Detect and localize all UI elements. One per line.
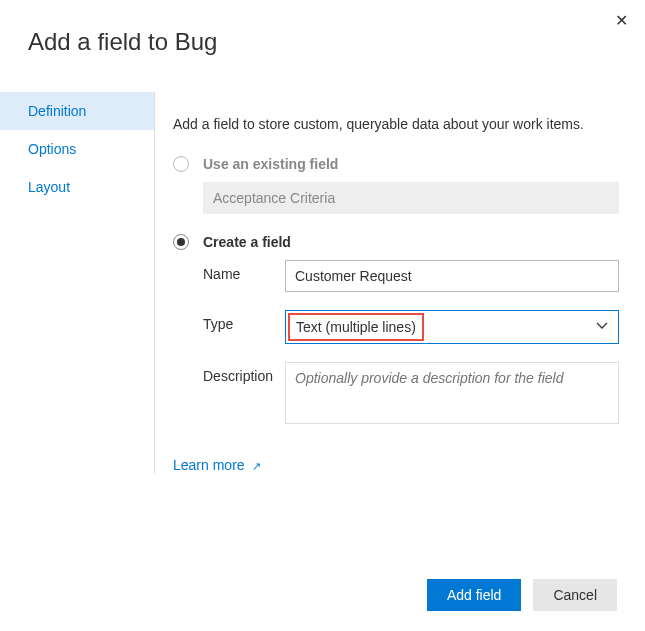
type-value: Text (multiple lines) bbox=[288, 313, 424, 341]
close-icon: ✕ bbox=[615, 11, 628, 30]
chevron-down-icon bbox=[596, 318, 608, 336]
existing-label: Use an existing field bbox=[203, 156, 338, 172]
tab-layout[interactable]: Layout bbox=[0, 168, 154, 206]
description-label: Description bbox=[203, 362, 285, 384]
description-input[interactable] bbox=[285, 362, 619, 424]
intro-text: Add a field to store custom, queryable d… bbox=[173, 116, 619, 132]
sidebar: Definition Options Layout bbox=[0, 92, 155, 474]
tab-options[interactable]: Options bbox=[0, 130, 154, 168]
learn-more-link[interactable]: Learn more ↗ bbox=[173, 457, 261, 473]
learn-more-text: Learn more bbox=[173, 457, 245, 473]
add-field-button[interactable]: Add field bbox=[427, 579, 521, 611]
tab-definition[interactable]: Definition bbox=[0, 92, 154, 130]
dialog-title: Add a field to Bug bbox=[0, 0, 645, 56]
name-input[interactable] bbox=[285, 260, 619, 292]
radio-use-existing[interactable] bbox=[173, 156, 189, 172]
external-link-icon: ↗ bbox=[252, 460, 261, 472]
create-field-section: Create a field Name Type Text (multiple … bbox=[173, 234, 619, 428]
existing-field-value: Acceptance Criteria bbox=[203, 182, 619, 214]
create-label: Create a field bbox=[203, 234, 291, 250]
main-panel: Add a field to store custom, queryable d… bbox=[155, 92, 645, 474]
radio-create-field[interactable] bbox=[173, 234, 189, 250]
close-button[interactable]: ✕ bbox=[609, 8, 633, 32]
learn-more: Learn more ↗ bbox=[173, 456, 619, 474]
type-label: Type bbox=[203, 310, 285, 332]
content: Definition Options Layout Add a field to… bbox=[0, 92, 645, 474]
existing-field-section: Use an existing field Acceptance Criteri… bbox=[173, 156, 619, 214]
footer: Add field Cancel bbox=[427, 579, 617, 611]
cancel-button[interactable]: Cancel bbox=[533, 579, 617, 611]
name-label: Name bbox=[203, 260, 285, 282]
type-select[interactable]: Text (multiple lines) bbox=[285, 310, 619, 344]
